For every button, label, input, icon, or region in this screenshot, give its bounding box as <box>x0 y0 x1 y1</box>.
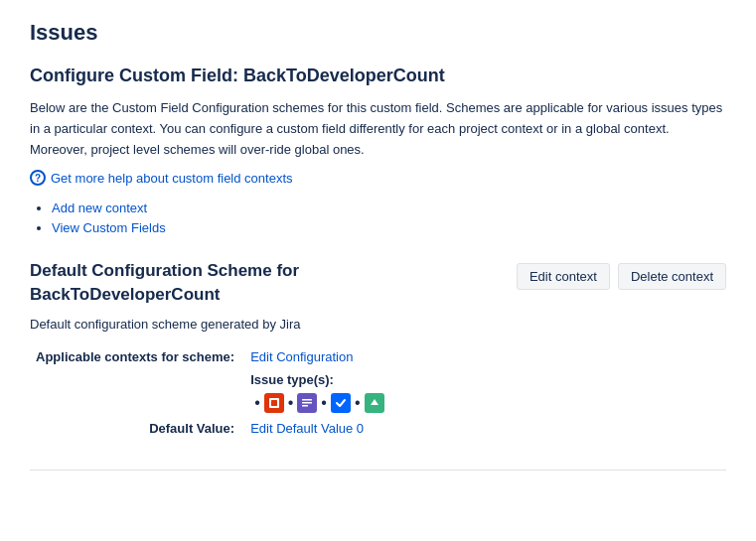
scheme-table: Applicable contexts for scheme: Edit Con… <box>30 345 726 440</box>
edit-configuration-link[interactable]: Edit Configuration <box>250 349 353 364</box>
edit-context-button[interactable]: Edit context <box>517 263 610 290</box>
configure-heading: Configure Custom Field: BackToDeveloperC… <box>30 66 726 86</box>
scheme-description: Default configuration scheme generated b… <box>30 317 726 332</box>
issue-type-icon-purple <box>297 393 317 413</box>
edit-default-value-link[interactable]: Edit Default Value 0 <box>250 421 364 436</box>
table-row-default-value: Default Value: Edit Default Value 0 <box>30 417 726 440</box>
config-title-line2: BackToDeveloperCount <box>30 285 220 304</box>
view-custom-fields-link[interactable]: View Custom Fields <box>52 220 166 235</box>
config-title-line1: Default Configuration Scheme for <box>30 261 299 280</box>
list-item: Add new context <box>52 200 726 215</box>
help-link-text: Get more help about custom field context… <box>51 171 293 186</box>
svg-rect-3 <box>302 402 312 404</box>
help-link[interactable]: ? Get more help about custom field conte… <box>30 170 726 186</box>
issue-type-icon-blue <box>331 393 351 413</box>
context-button-group: Edit context Delete context <box>517 263 726 290</box>
svg-rect-4 <box>302 405 308 407</box>
config-header: Default Configuration Scheme for BackToD… <box>30 259 726 307</box>
bullet-1: • <box>254 394 260 412</box>
section-divider <box>30 470 726 471</box>
config-title: Default Configuration Scheme for BackToD… <box>30 259 299 307</box>
list-item: View Custom Fields <box>52 219 726 235</box>
add-new-context-link[interactable]: Add new context <box>52 201 147 215</box>
default-value-label: Default Value: <box>30 417 244 440</box>
applicable-contexts-label: Applicable contexts for scheme: <box>30 345 244 417</box>
action-links-list: Add new context View Custom Fields <box>30 200 726 235</box>
svg-rect-1 <box>271 400 277 406</box>
issue-types-container: Issue type(s): • • <box>250 372 720 413</box>
arrow-up-icon <box>369 397 380 409</box>
bullet-4: • <box>355 394 361 412</box>
story-icon <box>301 397 313 409</box>
stop-icon <box>268 397 280 409</box>
default-config-section: Default Configuration Scheme for BackToD… <box>30 259 726 440</box>
configure-description: Below are the Custom Field Configuration… <box>30 98 726 160</box>
bullet-2: • <box>288 394 294 412</box>
help-icon: ? <box>30 170 46 186</box>
issue-types-row: • • <box>250 393 720 413</box>
issue-types-label: Issue type(s): <box>250 372 720 387</box>
check-icon <box>335 397 347 409</box>
page-title: Issues <box>30 20 726 46</box>
table-row: Applicable contexts for scheme: Edit Con… <box>30 345 726 417</box>
issue-type-icon-green <box>365 393 384 413</box>
svg-rect-2 <box>302 399 312 401</box>
issue-type-icon-red <box>264 393 284 413</box>
svg-marker-5 <box>371 399 378 405</box>
delete-context-button[interactable]: Delete context <box>618 263 726 290</box>
bullet-3: • <box>321 394 327 412</box>
